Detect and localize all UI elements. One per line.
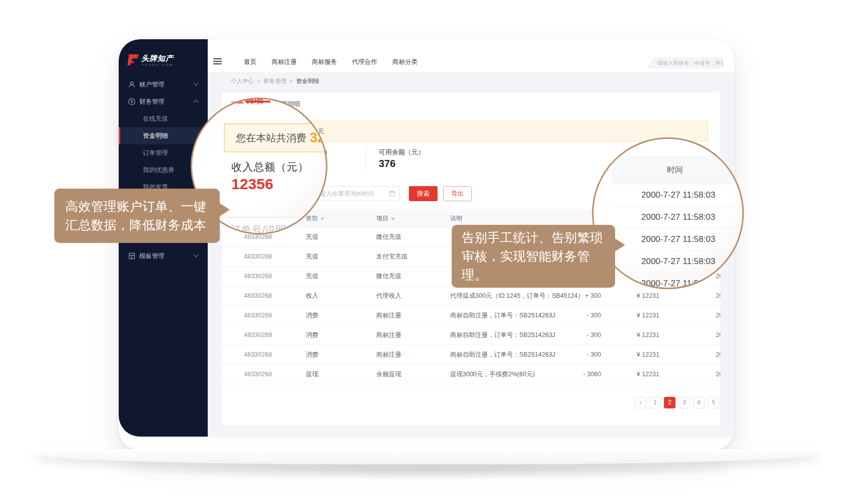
topnav-item[interactable]: 商标服务	[312, 58, 337, 66]
pagination-page-button[interactable]: 2	[664, 397, 675, 408]
magnified-banner: 您在本站共消费 32124 元	[224, 123, 327, 152]
topnav-items: 首页商标注册商标服务代理合作商标分类	[244, 54, 417, 69]
available-balance-label: 可用余额（元）	[379, 148, 424, 157]
cell-balance: ¥ 12231	[606, 286, 659, 306]
sidebar-subitem-label: 订单管理	[143, 149, 168, 156]
sidebar-item-account[interactable]: 账户管理	[119, 76, 208, 93]
cell-project: 支付宝充值	[376, 247, 408, 267]
brand-logo: 头牌知产 TOUPAI.COM	[127, 54, 174, 66]
sidebar-subitem[interactable]: 在线充值	[119, 110, 208, 127]
cell-type: 消费	[306, 306, 318, 325]
cell-order: 48330268	[244, 345, 272, 365]
table-row: 48330268 提现 余额提现 提现3000元，手续费2%(60元) - 30…	[222, 365, 720, 384]
chevron-up-icon	[194, 100, 199, 105]
pagination-page-button[interactable]: 1	[649, 397, 661, 408]
sort-caret-icon	[320, 218, 324, 220]
cell-project: 余额提现	[376, 365, 401, 384]
cell-time: 2000-7-27 11:58:03	[716, 306, 720, 325]
magnified-tab-underline	[245, 101, 271, 103]
cell-type: 收入	[306, 286, 318, 306]
column-header-project-label: 项目	[376, 209, 388, 227]
column-header-project[interactable]: 项目	[376, 209, 395, 227]
breadcrumb-link[interactable]: 个人中心	[231, 78, 254, 84]
cell-type: 提现	[306, 365, 318, 384]
chevron-down-icon	[194, 81, 199, 86]
calendar-icon	[389, 191, 395, 196]
topnav-item[interactable]: 首页	[244, 58, 257, 66]
table-row: 48330268 消费 商标注册 商标自助注册，订单号：SB2514263J -…	[222, 345, 720, 365]
user-icon	[128, 80, 136, 89]
cell-type: 充值	[306, 247, 318, 267]
cell-project: 商标注册	[376, 345, 401, 365]
cell-order: 48330268	[244, 267, 272, 286]
breadcrumb-current: 资金明细	[296, 78, 319, 84]
pagination-page-button[interactable]: 5	[708, 397, 719, 408]
cell-time: 2000-7-27 11:58:03	[716, 365, 720, 384]
search-button[interactable]: 搜索	[409, 186, 438, 201]
breadcrumb-separator: >	[290, 78, 293, 84]
cell-time: 2000-7-27 11:58:03	[716, 286, 720, 306]
stats-divider	[366, 145, 366, 170]
pagination-prev-button[interactable]: ‹	[635, 397, 646, 408]
cell-order: 48330268	[244, 325, 272, 345]
sidebar-item-template[interactable]: 模板管理	[119, 248, 208, 264]
cell-balance: ¥ 12231	[606, 345, 659, 365]
table-row: 48330268 消费 商标注册 商标自助注册，订单号：SB2514263J -…	[222, 306, 720, 325]
callout-right: 告别手工统计、告别繁琐审核，实现智能财务管理。	[452, 225, 615, 288]
sidebar-item-label: 账户管理	[139, 80, 164, 89]
sidebar-item-label: 财务管理	[139, 98, 164, 106]
magnified-income-label: 收入总额（元）	[231, 160, 309, 174]
magnified-income-value: 12356	[231, 176, 273, 193]
pagination: ‹ 12345	[635, 397, 719, 408]
breadcrumb-link[interactable]: 财务管理	[264, 78, 287, 84]
time-query-input[interactable]: 输入你要查询的时间	[314, 186, 400, 201]
cell-project: 商标注册	[376, 325, 401, 345]
template-icon	[128, 252, 136, 260]
cell-project: 微信充值	[376, 267, 401, 286]
cell-order: 48330268	[244, 306, 272, 325]
sidebar-subitem-label: 在线充值	[143, 115, 168, 122]
cell-order: 48330268	[244, 286, 272, 306]
trademark-search-input[interactable]: 请输入商标名，申请号，申请人	[647, 57, 723, 68]
cell-project: 商标注册	[376, 306, 401, 325]
cell-type: 消费	[306, 345, 318, 365]
callout-pointer	[219, 203, 230, 217]
brand-name: 头牌知产	[141, 54, 174, 62]
top-navbar: 首页商标注册商标服务代理合作商标分类 请输入商标名，申请号，申请人	[208, 39, 734, 73]
cell-project: 代理收入	[376, 286, 401, 306]
callout-left-text: 高效管理账户订单、一键汇总数据，降低财务成本	[65, 199, 207, 232]
sort-caret-icon	[391, 218, 395, 220]
hamburger-menu-button[interactable]	[213, 58, 222, 65]
available-balance-value: 376	[379, 158, 395, 170]
magnified-banner-text: 您在本站共消费	[236, 131, 306, 145]
cell-balance: ¥ 12231	[606, 325, 659, 345]
topnav-item[interactable]: 商标注册	[272, 58, 297, 66]
sidebar-item-finance[interactable]: 财务管理	[119, 94, 208, 110]
table-row: 48330268 消费 商标注册 商标自助注册，订单号：SB2514263J -…	[222, 325, 720, 345]
cell-type: 消费	[306, 325, 318, 345]
cell-type: 充值	[306, 267, 318, 286]
magnified-time-row: 2000-7-27 11:58:03	[612, 206, 744, 228]
brand-subtitle: TOUPAI.COM	[142, 63, 174, 66]
cell-amount: + 300	[544, 286, 601, 306]
active-indicator	[119, 127, 120, 144]
screenshot-stage: 头牌知产 TOUPAI.COM 账户管理 财务管理	[0, 0, 853, 504]
sidebar-subitem-label: 我的优惠券	[143, 166, 175, 174]
topnav-item[interactable]: 代理合作	[352, 58, 377, 66]
pagination-page-button[interactable]: 4	[693, 397, 705, 408]
cell-balance: ¥ 12231	[606, 306, 659, 325]
pagination-page-button[interactable]: 3	[678, 397, 690, 408]
cell-balance: ¥ 12231	[606, 365, 659, 384]
magnified-time-row: 2000-7-27 11:58:03	[612, 184, 744, 206]
callout-pointer	[614, 238, 625, 252]
cell-time: 2000-7-27 11:58:03	[716, 325, 720, 345]
callout-left: 高效管理账户订单、一键汇总数据，降低财务成本	[54, 189, 220, 243]
cell-order: 48330268	[244, 365, 272, 384]
cell-amount: - 300	[544, 325, 601, 345]
callout-right-text: 告别手工统计、告别繁琐审核，实现智能财务管理。	[462, 230, 603, 282]
cell-amount: - 300	[544, 345, 601, 365]
export-button[interactable]: 导出	[443, 186, 472, 201]
topnav-item[interactable]: 商标分类	[392, 58, 417, 66]
finance-icon	[128, 98, 136, 106]
time-input-placeholder: 输入你要查询的时间	[320, 190, 374, 197]
